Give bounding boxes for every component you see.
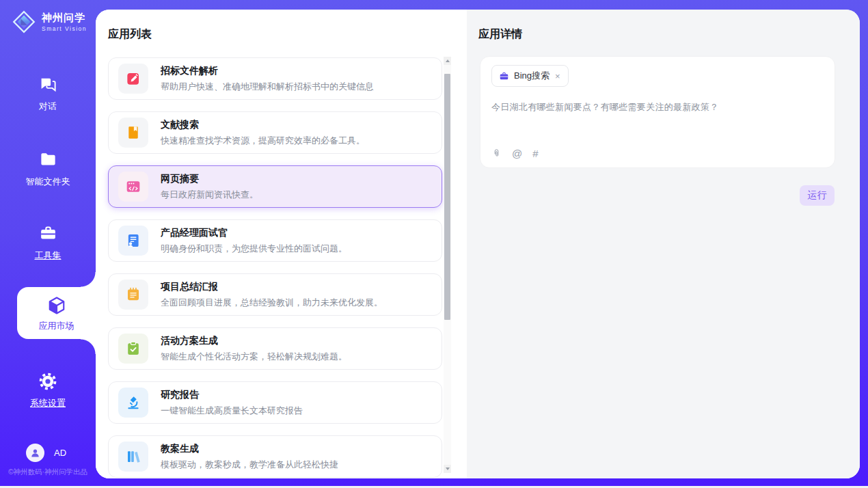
scrollbar-thumb[interactable] (444, 74, 450, 320)
app-card-title: 教案生成 (161, 443, 338, 455)
app-card-title: 文献搜索 (161, 119, 365, 131)
app-card-description: 每日政府新闻资讯快查。 (161, 189, 258, 201)
app-card[interactable]: 活动方案生成智能生成个性化活动方案，轻松解决规划难题。 (108, 327, 442, 370)
app-card[interactable]: 教案生成模板驱动，教案秒成，教学准备从此轻松快捷 (108, 435, 442, 478)
user-profile[interactable]: AD (26, 444, 66, 462)
scroll-up-button[interactable] (444, 57, 451, 65)
brand-subtitle: Smart Vision (42, 25, 87, 32)
sidebar-item-label: 系统设置 (30, 398, 66, 408)
app-card-title: 产品经理面试官 (161, 227, 347, 239)
prompt-card: Bing搜索 × 今日湖北有哪些新闻要点？有哪些需要关注的最新政策？ @ # (480, 56, 835, 168)
app-shell: 神州问学 Smart Vision 对话智能文件夹工具集应用市场系统设置 AD … (0, 0, 868, 486)
user-name: AD (54, 448, 66, 458)
briefcase-icon (499, 71, 509, 81)
browser-icon (118, 172, 148, 202)
gear-icon (38, 372, 58, 392)
app-card-description: 明确身份和职责，为您提供专业性的面试问题。 (161, 243, 347, 255)
sidebar-item-chat[interactable]: 对话 (0, 75, 96, 113)
edit-doc-icon (118, 64, 148, 94)
app-detail-title: 应用详情 (478, 27, 522, 42)
brand-logo: 神州问学 Smart Vision (11, 9, 87, 35)
app-card[interactable]: 产品经理面试官明确身份和职责，为您提供专业性的面试问题。 (108, 219, 442, 262)
app-card-title: 项目总结汇报 (161, 281, 383, 293)
app-card[interactable]: 项目总结汇报全面回顾项目进展，总结经验教训，助力未来优化发展。 (108, 273, 442, 316)
app-card[interactable]: 研究报告一键智能生成高质量长文本研究报告 (108, 381, 442, 424)
app-card[interactable]: 文献搜索快速精准查找学术资源，提高研究效率的必备工具。 (108, 111, 442, 154)
app-card-title: 招标文件解析 (161, 65, 374, 77)
attachment-icon[interactable] (491, 148, 502, 159)
hash-icon[interactable]: # (532, 148, 538, 159)
chat-icon (38, 75, 58, 96)
app-card[interactable]: 招标文件解析帮助用户快速、准确地理解和解析招标书中的关键信息 (108, 57, 442, 100)
books-icon (118, 442, 148, 472)
sidebar-item-tools[interactable]: 工具集 (0, 224, 96, 262)
user-icon (29, 447, 41, 459)
interview-icon (118, 226, 148, 256)
app-card-title: 网页摘要 (161, 173, 258, 185)
app-card-description: 模板驱动，教案秒成，教学准备从此轻松快捷 (161, 459, 338, 471)
prompt-input[interactable]: 今日湖北有哪些新闻要点？有哪些需要关注的最新政策？ (491, 101, 824, 113)
avatar (26, 444, 44, 462)
book-icon (118, 118, 148, 148)
sidebar-item-settings[interactable]: 系统设置 (0, 372, 96, 409)
tool-tag-bing-search[interactable]: Bing搜索 × (491, 65, 569, 87)
mention-icon[interactable]: @ (512, 148, 522, 159)
run-button[interactable]: 运行 (800, 185, 835, 206)
copyright-footer: ©神州数码·神州问学出品 (0, 467, 96, 477)
app-card-title: 活动方案生成 (161, 335, 347, 347)
tag-close-icon[interactable]: × (554, 71, 561, 81)
sidebar-item-label: 应用市场 (39, 321, 74, 331)
prompt-toolbar: @ # (491, 148, 539, 159)
research-icon (118, 388, 148, 418)
app-card-title: 研究报告 (161, 389, 303, 401)
sidebar-item-folders[interactable]: 智能文件夹 (0, 150, 96, 188)
app-card[interactable]: 网页摘要每日政府新闻资讯快查。 (108, 165, 442, 208)
clipboard-icon (118, 334, 148, 364)
toolbox-icon (38, 224, 58, 245)
app-card-description: 智能生成个性化活动方案，轻松解决规划难题。 (161, 351, 347, 363)
scroll-down-button[interactable] (444, 465, 451, 473)
app-list-title: 应用列表 (108, 27, 152, 42)
note-icon (118, 280, 148, 310)
sidebar-item-label: 对话 (39, 101, 57, 111)
app-card-description: 快速精准查找学术资源，提高研究效率的必备工具。 (161, 135, 365, 147)
cube-icon (46, 295, 67, 316)
brand-name: 神州问学 (42, 12, 87, 25)
app-card-description: 一键智能生成高质量长文本研究报告 (161, 405, 303, 417)
diamond-logo-icon (11, 9, 37, 35)
content-area: 应用列表 招标文件解析帮助用户快速、准确地理解和解析招标书中的关键信息文献搜索快… (96, 10, 860, 478)
list-scrollbar[interactable] (444, 57, 451, 473)
folder-icon (38, 150, 58, 171)
tool-tag-label: Bing搜索 (514, 70, 550, 82)
app-detail-panel: 应用详情 Bing搜索 × 今日湖北有哪些新闻要点？有哪些需要关注的最新政策？ (467, 10, 860, 478)
sidebar-item-label: 工具集 (35, 250, 62, 260)
app-card-description: 帮助用户快速、准确地理解和解析招标书中的关键信息 (161, 81, 374, 93)
app-card-description: 全面回顾项目进展，总结经验教训，助力未来优化发展。 (161, 297, 383, 309)
sidebar-item-market[interactable]: 应用市场 (17, 287, 96, 339)
sidebar-item-label: 智能文件夹 (26, 176, 70, 187)
app-list-panel: 应用列表 招标文件解析帮助用户快速、准确地理解和解析招标书中的关键信息文献搜索快… (96, 10, 467, 478)
sidebar: 神州问学 Smart Vision 对话智能文件夹工具集应用市场系统设置 AD … (0, 0, 96, 486)
